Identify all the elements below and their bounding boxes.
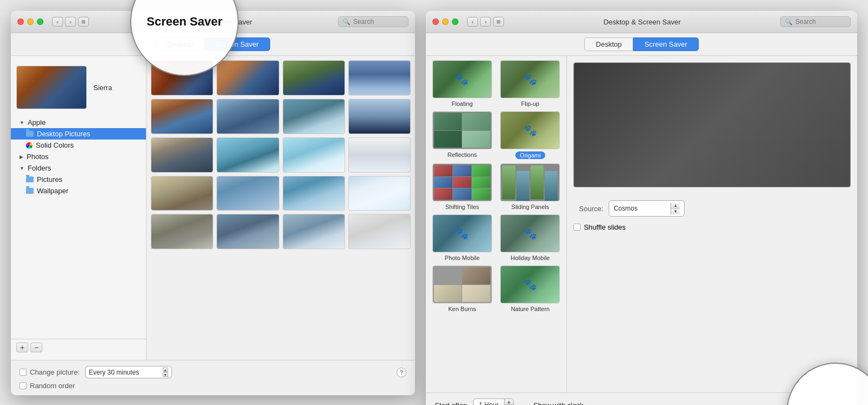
- ss-label-holidaymobile: Holiday Mobile: [510, 255, 550, 261]
- right-tabs-bar: Desktop Screen Saver: [426, 33, 857, 56]
- ss-item-extra1[interactable]: Ken Burns: [430, 265, 494, 312]
- left-titlebar: ‹ › ⊞ Desktop & Screen Saver 🔍: [11, 11, 415, 33]
- ss-item-extra2[interactable]: 🐾 Nature Pattern: [499, 265, 563, 312]
- close-button-left[interactable]: [17, 18, 24, 25]
- triangle-apple: ▼: [20, 120, 24, 125]
- grid-button-right[interactable]: ⊞: [493, 17, 504, 27]
- sidebar-item-solid-colors[interactable]: Solid Colors: [11, 140, 146, 151]
- grid-button-left[interactable]: ⊞: [78, 17, 89, 27]
- shuffle-checkbox[interactable]: [573, 224, 580, 231]
- wallpaper-7[interactable]: [283, 99, 345, 134]
- tab-screensaver-left[interactable]: Screen Saver: [205, 37, 270, 51]
- ss-thumb-origami: 🐾: [500, 111, 560, 149]
- wallpaper-16[interactable]: [348, 176, 411, 211]
- random-order-row: Random order: [20, 382, 406, 390]
- maximize-button-right[interactable]: [452, 18, 458, 25]
- start-after-up[interactable]: ▲: [505, 399, 513, 405]
- sidebar: Sierra ▼ Apple Desktop Pictures Solid Co…: [11, 56, 146, 360]
- wallpaper-18[interactable]: [216, 214, 279, 249]
- wallpaper-9[interactable]: [151, 137, 213, 173]
- ss-item-origami[interactable]: 🐾 Origami: [499, 111, 563, 159]
- slide-panel-1: [502, 166, 515, 199]
- slide-panel-2: [516, 171, 529, 201]
- forward-button-right[interactable]: ›: [480, 17, 491, 27]
- left-search-input[interactable]: [353, 18, 404, 26]
- sidebar-item-pictures-label: Pictures: [37, 175, 62, 183]
- wallpaper-2[interactable]: [216, 60, 279, 96]
- pet-flipup: 🐾: [524, 73, 537, 86]
- close-button-right[interactable]: [432, 18, 439, 25]
- wallpaper-12[interactable]: [348, 137, 411, 173]
- sidebar-item-apple[interactable]: ▼ Apple: [11, 117, 146, 128]
- source-stepper-down[interactable]: ▼: [671, 208, 680, 214]
- remove-source-button[interactable]: −: [30, 343, 42, 352]
- sidebar-item-wallpaper[interactable]: Wallpaper: [11, 185, 146, 197]
- change-picture-wrap: Change picture:: [20, 368, 80, 376]
- forward-button-left[interactable]: ›: [65, 17, 76, 27]
- ss-item-shifting[interactable]: Shifting Tiles: [430, 163, 494, 210]
- start-after-row: Start after: 1 Hour ▲ ▼: [435, 398, 514, 405]
- change-picture-checkbox[interactable]: [20, 369, 27, 376]
- wallpaper-1[interactable]: [151, 60, 213, 96]
- maximize-button-left[interactable]: [37, 18, 43, 25]
- random-order-checkbox[interactable]: [20, 382, 27, 389]
- ss-label-extra1: Ken Burns: [448, 306, 476, 312]
- wallpaper-11[interactable]: [283, 137, 345, 173]
- left-search-box[interactable]: 🔍: [338, 16, 409, 27]
- pet-photomobile: 🐾: [455, 227, 469, 240]
- sidebar-tree: ▼ Apple Desktop Pictures Solid Colors ▶ …: [11, 115, 146, 339]
- start-after-stepper[interactable]: 1 Hour ▲ ▼: [473, 398, 514, 405]
- slide-panel-4: [545, 171, 558, 201]
- ss-item-photomobile[interactable]: 🐾 Photo Mobile: [430, 214, 494, 261]
- right-search-box[interactable]: 🔍: [780, 16, 851, 27]
- show-clock-label: Show with clock: [533, 401, 583, 406]
- wallpaper-4[interactable]: [348, 60, 411, 96]
- add-source-button[interactable]: +: [16, 343, 28, 352]
- source-stepper-up[interactable]: ▲: [671, 202, 680, 208]
- ss-item-sliding[interactable]: Sliding Panels: [499, 163, 563, 210]
- wallpaper-14[interactable]: [216, 176, 279, 211]
- pet-extra2: 🐾: [524, 278, 537, 291]
- wallpaper-20[interactable]: [348, 214, 411, 249]
- wallpaper-17[interactable]: [151, 214, 213, 249]
- ss-item-holidaymobile[interactable]: 🐾 Holiday Mobile: [499, 214, 563, 261]
- tab-desktop-right[interactable]: Desktop: [584, 37, 633, 51]
- wallpaper-10[interactable]: [216, 137, 279, 173]
- ss-item-flipup[interactable]: 🐾 Flip-up: [499, 60, 563, 107]
- right-search-input[interactable]: [795, 18, 846, 26]
- wallpaper-grid: [146, 56, 415, 360]
- tab-desktop-left[interactable]: Desktop: [156, 37, 205, 51]
- ss-bg-reflections: [433, 112, 492, 149]
- ss-thumb-photomobile: 🐾: [432, 214, 492, 252]
- change-picture-dropdown[interactable]: Every 30 minutes ▲ ▼: [85, 366, 172, 378]
- ss-thumb-reflections: [432, 111, 492, 149]
- minimize-button-left[interactable]: [27, 18, 34, 25]
- ss-item-floating[interactable]: 🐾 Floating: [430, 60, 494, 107]
- traffic-lights-right: [432, 18, 458, 25]
- source-dropdown[interactable]: Cosmos ▲ ▼: [609, 200, 685, 217]
- wallpaper-5[interactable]: [151, 99, 213, 134]
- back-button-right[interactable]: ‹: [467, 17, 478, 27]
- back-button-left[interactable]: ‹: [52, 17, 63, 27]
- ss-bg-sliding: [501, 164, 559, 201]
- wallpaper-8[interactable]: [348, 99, 411, 134]
- wallpaper-15[interactable]: [283, 176, 345, 211]
- wallpaper-3[interactable]: [283, 60, 345, 96]
- stepper-up[interactable]: ▲: [163, 368, 168, 372]
- sidebar-item-pictures[interactable]: Pictures: [11, 174, 146, 185]
- help-button[interactable]: ?: [397, 368, 406, 377]
- sidebar-item-folders[interactable]: ▼ Folders: [11, 162, 146, 174]
- minimize-button-right[interactable]: [442, 18, 449, 25]
- stepper-down[interactable]: ▼: [163, 372, 168, 377]
- wallpaper-6[interactable]: [216, 99, 279, 134]
- sidebar-item-solid-label: Solid Colors: [36, 141, 74, 149]
- wallpaper-19[interactable]: [283, 214, 345, 249]
- sidebar-item-photos[interactable]: ▶ Photos: [11, 151, 146, 162]
- sidebar-item-desktop-pictures[interactable]: Desktop Pictures: [11, 128, 146, 140]
- ss-item-reflections[interactable]: Reflections: [430, 111, 494, 159]
- wallpaper-13[interactable]: [151, 176, 213, 211]
- tab-screensaver-right[interactable]: Screen Saver: [633, 37, 699, 51]
- sidebar-item-photos-label: Photos: [27, 153, 48, 161]
- left-bottom-bar: Change picture: Every 30 minutes ▲ ▼ ? R…: [11, 360, 415, 395]
- triangle-photos: ▶: [20, 154, 23, 160]
